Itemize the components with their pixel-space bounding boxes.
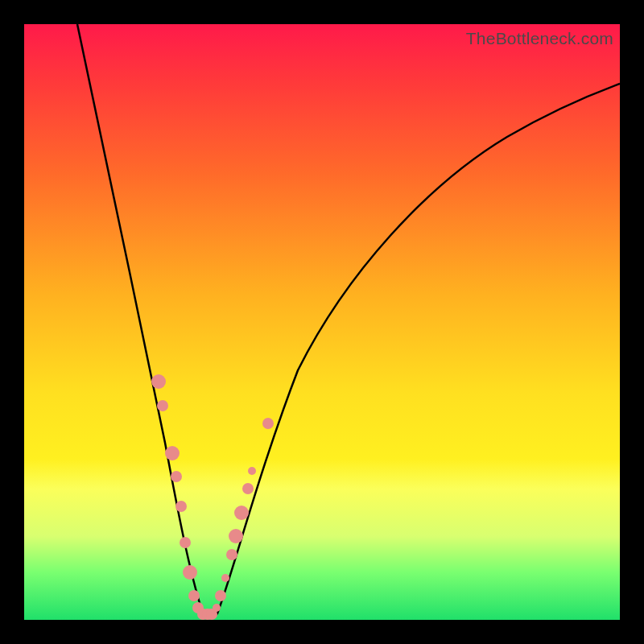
- data-marker: [221, 574, 229, 582]
- chart-frame: TheBottleneck.com: [0, 0, 644, 644]
- data-marker: [171, 471, 182, 482]
- data-marker: [242, 483, 254, 494]
- data-marker: [262, 418, 274, 429]
- data-marker: [157, 400, 168, 411]
- curve-svg: [24, 24, 620, 620]
- data-marker: [175, 501, 187, 512]
- watermark-label: TheBottleneck.com: [466, 29, 613, 48]
- data-marker: [215, 590, 226, 601]
- data-marker: [234, 506, 249, 520]
- data-marker: [183, 565, 197, 580]
- data-marker: [226, 549, 237, 560]
- data-marker: [213, 604, 221, 612]
- bottleneck-curve: [77, 24, 620, 617]
- data-marker: [229, 529, 243, 543]
- plot-area: TheBottleneck.com: [24, 24, 620, 620]
- data-marker: [188, 590, 200, 601]
- data-marker: [165, 446, 180, 460]
- data-marker: [151, 374, 166, 389]
- data-marker: [248, 467, 256, 475]
- data-marker: [180, 537, 191, 548]
